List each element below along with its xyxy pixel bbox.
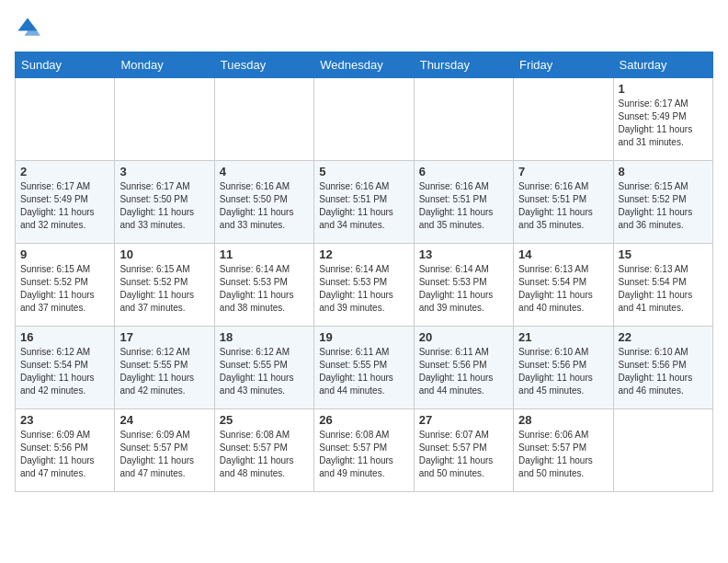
- calendar-cell: 19Sunrise: 6:11 AM Sunset: 5:55 PM Dayli…: [314, 327, 414, 409]
- calendar-table: SundayMondayTuesdayWednesdayThursdayFrid…: [15, 52, 713, 492]
- calendar-cell: 4Sunrise: 6:16 AM Sunset: 5:50 PM Daylig…: [214, 161, 313, 244]
- calendar-cell: 6Sunrise: 6:16 AM Sunset: 5:51 PM Daylig…: [414, 161, 513, 244]
- calendar-cell: 9Sunrise: 6:15 AM Sunset: 5:52 PM Daylig…: [16, 244, 115, 327]
- weekday-header-thursday: Thursday: [414, 52, 513, 78]
- day-info: Sunrise: 6:11 AM Sunset: 5:55 PM Dayligh…: [319, 346, 408, 397]
- calendar-cell: 12Sunrise: 6:14 AM Sunset: 5:53 PM Dayli…: [314, 244, 414, 327]
- day-info: Sunrise: 6:15 AM Sunset: 5:52 PM Dayligh…: [119, 263, 209, 315]
- calendar-cell: 24Sunrise: 6:09 AM Sunset: 5:57 PM Dayli…: [115, 409, 214, 492]
- calendar-cell: 27Sunrise: 6:07 AM Sunset: 5:57 PM Dayli…: [414, 409, 513, 492]
- weekday-header-row: SundayMondayTuesdayWednesdayThursdayFrid…: [16, 52, 713, 78]
- day-info: Sunrise: 6:17 AM Sunset: 5:50 PM Dayligh…: [119, 180, 209, 232]
- calendar-cell: 20Sunrise: 6:11 AM Sunset: 5:56 PM Dayli…: [414, 327, 513, 409]
- day-number: 8: [619, 165, 708, 178]
- day-number: 24: [119, 413, 209, 427]
- week-row-2: 2Sunrise: 6:17 AM Sunset: 5:49 PM Daylig…: [16, 161, 713, 244]
- day-number: 13: [419, 247, 508, 261]
- weekday-header-tuesday: Tuesday: [214, 52, 313, 78]
- day-info: Sunrise: 6:17 AM Sunset: 5:49 PM Dayligh…: [619, 98, 708, 149]
- calendar-cell: [414, 78, 513, 161]
- day-number: 12: [319, 247, 408, 261]
- day-info: Sunrise: 6:08 AM Sunset: 5:57 PM Dayligh…: [319, 429, 408, 480]
- day-info: Sunrise: 6:15 AM Sunset: 5:52 PM Dayligh…: [20, 263, 109, 315]
- day-number: 26: [319, 413, 408, 427]
- weekday-header-sunday: Sunday: [16, 52, 115, 78]
- day-number: 1: [619, 82, 708, 96]
- day-info: Sunrise: 6:06 AM Sunset: 5:57 PM Dayligh…: [518, 429, 608, 480]
- calendar-cell: [214, 78, 313, 161]
- calendar-cell: 25Sunrise: 6:08 AM Sunset: 5:57 PM Dayli…: [214, 409, 313, 492]
- calendar-cell: 14Sunrise: 6:13 AM Sunset: 5:54 PM Dayli…: [514, 244, 613, 327]
- calendar-cell: 5Sunrise: 6:16 AM Sunset: 5:51 PM Daylig…: [314, 161, 414, 244]
- day-number: 27: [419, 413, 508, 427]
- day-info: Sunrise: 6:13 AM Sunset: 5:54 PM Dayligh…: [518, 263, 608, 315]
- weekday-header-friday: Friday: [514, 52, 613, 78]
- day-number: 16: [20, 330, 109, 344]
- day-info: Sunrise: 6:12 AM Sunset: 5:55 PM Dayligh…: [119, 346, 209, 397]
- day-number: 19: [319, 330, 408, 344]
- day-number: 28: [518, 413, 608, 427]
- day-info: Sunrise: 6:07 AM Sunset: 5:57 PM Dayligh…: [419, 429, 508, 480]
- day-number: 17: [119, 330, 209, 344]
- calendar-cell: [613, 409, 712, 492]
- calendar-cell: 23Sunrise: 6:09 AM Sunset: 5:56 PM Dayli…: [16, 409, 115, 492]
- calendar-cell: 28Sunrise: 6:06 AM Sunset: 5:57 PM Dayli…: [514, 409, 613, 492]
- calendar-cell: 3Sunrise: 6:17 AM Sunset: 5:50 PM Daylig…: [115, 161, 214, 244]
- weekday-header-monday: Monday: [115, 52, 214, 78]
- day-info: Sunrise: 6:16 AM Sunset: 5:51 PM Dayligh…: [419, 180, 508, 232]
- calendar-cell: 22Sunrise: 6:10 AM Sunset: 5:56 PM Dayli…: [613, 327, 712, 409]
- day-number: 18: [220, 330, 309, 344]
- day-info: Sunrise: 6:13 AM Sunset: 5:54 PM Dayligh…: [619, 263, 708, 315]
- calendar-cell: 1Sunrise: 6:17 AM Sunset: 5:49 PM Daylig…: [613, 78, 712, 161]
- calendar-cell: [314, 78, 414, 161]
- day-number: 25: [220, 413, 309, 427]
- page-header: [15, 15, 713, 40]
- day-info: Sunrise: 6:09 AM Sunset: 5:57 PM Dayligh…: [119, 429, 209, 480]
- day-number: 20: [419, 330, 508, 344]
- day-info: Sunrise: 6:15 AM Sunset: 5:52 PM Dayligh…: [619, 180, 708, 232]
- day-info: Sunrise: 6:16 AM Sunset: 5:50 PM Dayligh…: [220, 180, 309, 232]
- calendar-cell: 17Sunrise: 6:12 AM Sunset: 5:55 PM Dayli…: [115, 327, 214, 409]
- calendar-cell: 13Sunrise: 6:14 AM Sunset: 5:53 PM Dayli…: [414, 244, 513, 327]
- day-number: 5: [319, 165, 408, 178]
- day-info: Sunrise: 6:10 AM Sunset: 5:56 PM Dayligh…: [619, 346, 708, 397]
- calendar-cell: [115, 78, 214, 161]
- calendar-cell: 26Sunrise: 6:08 AM Sunset: 5:57 PM Dayli…: [314, 409, 414, 492]
- calendar-cell: 11Sunrise: 6:14 AM Sunset: 5:53 PM Dayli…: [214, 244, 313, 327]
- calendar-cell: 16Sunrise: 6:12 AM Sunset: 5:54 PM Dayli…: [16, 327, 115, 409]
- day-info: Sunrise: 6:11 AM Sunset: 5:56 PM Dayligh…: [419, 346, 508, 397]
- calendar-cell: 8Sunrise: 6:15 AM Sunset: 5:52 PM Daylig…: [613, 161, 712, 244]
- weekday-header-wednesday: Wednesday: [314, 52, 414, 78]
- day-info: Sunrise: 6:17 AM Sunset: 5:49 PM Dayligh…: [20, 180, 109, 232]
- day-info: Sunrise: 6:14 AM Sunset: 5:53 PM Dayligh…: [419, 263, 508, 315]
- day-info: Sunrise: 6:16 AM Sunset: 5:51 PM Dayligh…: [319, 180, 408, 232]
- calendar-cell: 18Sunrise: 6:12 AM Sunset: 5:55 PM Dayli…: [214, 327, 313, 409]
- calendar-cell: 2Sunrise: 6:17 AM Sunset: 5:49 PM Daylig…: [16, 161, 115, 244]
- day-number: 7: [518, 165, 608, 178]
- day-number: 10: [119, 247, 209, 261]
- day-number: 4: [220, 165, 309, 178]
- day-number: 15: [619, 247, 708, 261]
- day-number: 11: [220, 247, 309, 261]
- day-number: 22: [619, 330, 708, 344]
- day-info: Sunrise: 6:14 AM Sunset: 5:53 PM Dayligh…: [319, 263, 408, 315]
- day-number: 6: [419, 165, 508, 178]
- day-number: 3: [119, 165, 209, 178]
- day-number: 21: [518, 330, 608, 344]
- week-row-1: 1Sunrise: 6:17 AM Sunset: 5:49 PM Daylig…: [16, 78, 713, 161]
- calendar-cell: 7Sunrise: 6:16 AM Sunset: 5:51 PM Daylig…: [514, 161, 613, 244]
- day-info: Sunrise: 6:14 AM Sunset: 5:53 PM Dayligh…: [220, 263, 309, 315]
- day-info: Sunrise: 6:12 AM Sunset: 5:55 PM Dayligh…: [220, 346, 309, 397]
- week-row-4: 16Sunrise: 6:12 AM Sunset: 5:54 PM Dayli…: [16, 327, 713, 409]
- calendar-cell: [16, 78, 115, 161]
- calendar-cell: 21Sunrise: 6:10 AM Sunset: 5:56 PM Dayli…: [514, 327, 613, 409]
- day-info: Sunrise: 6:09 AM Sunset: 5:56 PM Dayligh…: [20, 429, 109, 480]
- week-row-5: 23Sunrise: 6:09 AM Sunset: 5:56 PM Dayli…: [16, 409, 713, 492]
- calendar-cell: 10Sunrise: 6:15 AM Sunset: 5:52 PM Dayli…: [115, 244, 214, 327]
- day-number: 2: [20, 165, 109, 178]
- day-info: Sunrise: 6:10 AM Sunset: 5:56 PM Dayligh…: [518, 346, 608, 397]
- day-number: 14: [518, 247, 608, 261]
- logo-icon: [15, 15, 40, 40]
- day-info: Sunrise: 6:16 AM Sunset: 5:51 PM Dayligh…: [518, 180, 608, 232]
- week-row-3: 9Sunrise: 6:15 AM Sunset: 5:52 PM Daylig…: [16, 244, 713, 327]
